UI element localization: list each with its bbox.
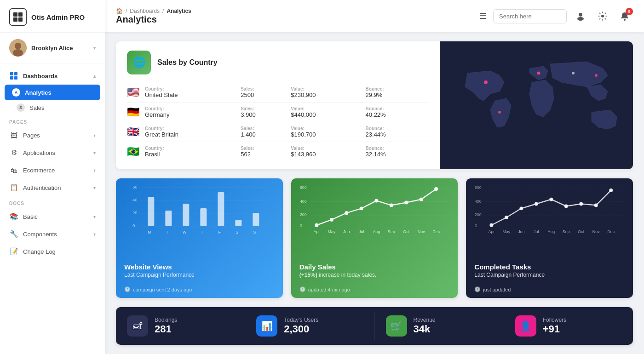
svg-text:0: 0 [300,223,302,228]
stat-bookings: 🛋 Bookings 281 [116,312,245,340]
svg-point-5 [15,43,21,49]
bookings-value: 281 [155,323,177,335]
svg-point-12 [577,17,584,21]
svg-text:Oct: Oct [578,229,585,234]
sales-by-country-card: 🌐 Sales by Country 🇺🇸 Country: United St… [116,41,633,169]
sidebar-item-analytics[interactable]: A Analytics [5,85,100,100]
svg-text:400: 400 [300,199,307,204]
sidebar-item-changelog[interactable]: 📝 Change Log [0,243,105,260]
completed-tasks-info: Completed Tasks Last Campaign Performanc… [466,257,633,284]
applications-label: Applications [23,149,89,156]
svg-text:600: 600 [300,185,307,190]
header-title-block: 🏠 / Dashboards / Analytics Analytics [116,8,468,25]
svg-point-11 [579,13,582,17]
bookings-icon: 🛋 [127,315,148,337]
revenue-icon: 🛒 [386,315,407,337]
dashboards-icon [9,71,18,80]
svg-text:M: M [148,230,152,234]
completed-tasks-subtitle: Last Campaign Performance [474,272,625,278]
svg-text:F: F [218,230,221,234]
sidebar-item-sales[interactable]: S Sales [0,100,105,115]
svg-point-82 [564,204,568,208]
svg-text:Sep: Sep [563,229,570,234]
header: 🏠 / Dashboards / Analytics Analytics ☰ 9 [105,0,644,32]
analytics-label: Analytics [25,89,96,96]
sales-country-title: Sales by Country [157,58,218,67]
user-name: Brooklyn Alice [31,45,89,51]
followers-value: +91 [543,323,566,335]
sidebar-item-applications[interactable]: ⚙ Applications ▾ [0,144,105,161]
followers-text: Followers +91 [543,317,566,335]
menu-icon[interactable]: ☰ [479,11,487,21]
stat-users: 📊 Today's Users 2,300 [245,312,374,340]
clock-icon: 🕐 [124,286,131,292]
svg-point-51 [315,223,318,227]
svg-text:Oct: Oct [403,229,409,234]
svg-rect-33 [218,192,224,226]
sidebar-item-dashboards[interactable]: Dashboards ▴ [0,67,105,85]
svg-point-52 [330,218,334,222]
search-input[interactable] [493,9,567,23]
svg-point-19 [595,74,598,77]
svg-text:600: 600 [475,185,482,190]
clock-icon2: 🕐 [299,286,306,292]
components-label: Components [23,231,89,238]
bookings-text: Bookings 281 [155,317,177,335]
globe-icon: 🌐 [127,51,151,74]
sales-table-section: 🌐 Sales by Country 🇺🇸 Country: United St… [116,41,440,169]
settings-icon-button[interactable] [594,8,611,24]
table-row: 🇧🇷 Country: Brasil Sales: 562 Value: $14… [127,142,429,162]
analytics-dot: A [12,88,20,97]
svg-rect-34 [235,220,242,226]
ecommerce-chevron-icon: ▾ [93,168,96,173]
svg-rect-3 [18,17,23,22]
svg-text:May: May [328,229,335,234]
app-name: Otis Admin PRO [31,13,85,21]
svg-text:Sep: Sep [388,229,395,234]
svg-point-56 [389,203,393,207]
website-views-chart: 60 40 20 0 [116,178,283,257]
basic-icon: 📚 [9,212,18,221]
sidebar-item-pages[interactable]: 🖼 Pages ▾ [0,126,105,144]
pages-label: Pages [23,132,89,139]
svg-text:Jun: Jun [343,229,350,234]
svg-point-77 [490,223,494,227]
changelog-label: Change Log [23,248,96,255]
sidebar-item-components[interactable]: 🔧 Components ▾ [0,225,105,243]
sidebar-item-basic[interactable]: 📚 Basic ▾ [0,208,105,225]
sidebar-item-ecommerce[interactable]: 🛍 Ecommerce ▾ [0,161,105,179]
svg-rect-1 [18,12,23,17]
svg-point-18 [572,72,575,74]
svg-text:May: May [503,229,511,234]
svg-point-16 [484,80,488,84]
sidebar-nav: Dashboards ▴ A Analytics S Sales PAGES 🖼… [0,63,105,354]
svg-text:Jun: Jun [518,229,525,234]
svg-rect-32 [200,208,207,226]
user-icon-button[interactable] [572,8,589,24]
card-header: 🌐 Sales by Country [127,51,429,74]
user-profile[interactable]: Brooklyn Alice ▾ [0,33,105,63]
website-views-footer: 🕐 campaign sent 2 days ago [116,284,283,298]
pages-section-label: PAGES [0,115,105,126]
followers-icon: 👤 [515,315,536,337]
revenue-value: 34k [414,323,436,335]
svg-rect-8 [14,72,17,75]
authentication-icon: 📋 [9,183,18,192]
sidebar-item-authentication[interactable]: 📋 Authentication ▾ [0,179,105,196]
dashboards-label: Dashboards [23,73,89,80]
svg-point-55 [374,199,378,203]
website-views-card: 60 40 20 0 [116,178,283,298]
table-row: 🇩🇪 Country: Germany Sales: 3.900 Value: … [127,103,429,122]
notification-icon-button[interactable]: 9 [616,8,633,24]
svg-rect-10 [14,76,17,80]
svg-rect-9 [10,76,13,80]
svg-point-13 [601,15,604,17]
avatar [9,39,27,57]
bookings-label: Bookings [155,317,177,323]
svg-text:S: S [253,230,256,234]
svg-rect-29 [148,197,154,226]
breadcrumb-dashboards[interactable]: Dashboards [130,8,160,14]
svg-point-6 [13,49,23,57]
charts-row: 60 40 20 0 [116,178,633,298]
svg-text:200: 200 [475,212,482,217]
